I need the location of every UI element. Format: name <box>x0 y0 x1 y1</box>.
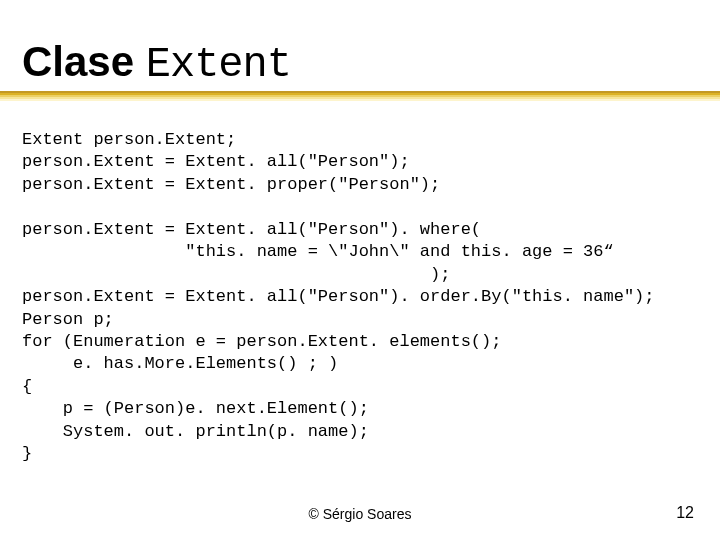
code-block: Extent person.Extent; person.Extent = Ex… <box>22 129 698 466</box>
page-number: 12 <box>676 504 694 522</box>
title-underline <box>22 91 698 103</box>
title-block: Clase Extent <box>22 38 698 103</box>
copyright-text: © Sérgio Soares <box>0 506 720 522</box>
footer: © Sérgio Soares 12 <box>0 506 720 522</box>
title-part-mono: Extent <box>146 41 291 89</box>
underline-stroke <box>0 99 720 101</box>
title-part-bold: Clase <box>22 38 146 85</box>
slide: Clase Extent Extent person.Extent; perso… <box>0 0 720 540</box>
slide-title: Clase Extent <box>22 38 698 89</box>
